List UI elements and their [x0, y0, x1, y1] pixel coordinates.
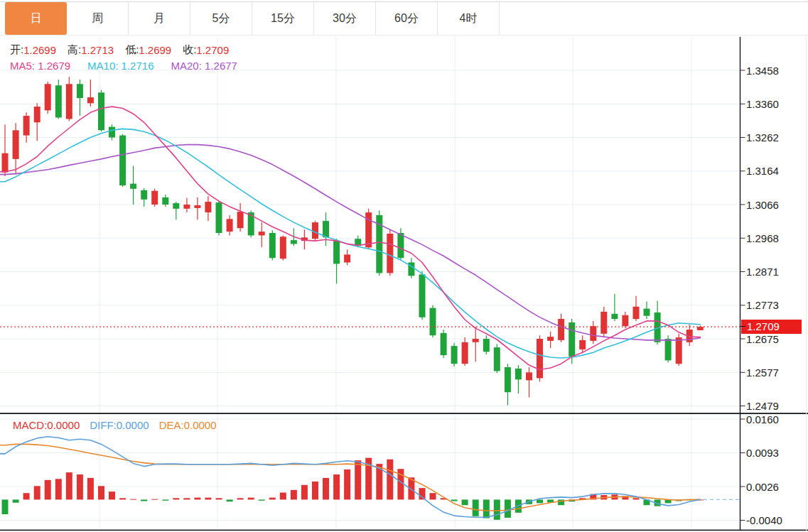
price-axis-tick-label: 1.3262 — [746, 131, 779, 143]
price-axis-tick-label: 1.2577 — [746, 367, 779, 379]
tab-30min[interactable]: 30分 — [314, 2, 376, 35]
high-value: 1.2713 — [81, 44, 114, 56]
dea-readout: DEA:0.0000 — [159, 419, 217, 431]
price-badge-tick — [740, 326, 745, 327]
candlestick-series — [2, 77, 704, 405]
ma-info-row: MA5: 1.2679 MA10: 1.2716 MA20: 1.2677 — [10, 60, 254, 72]
bottom-border — [0, 530, 808, 531]
ma5-value: 1.2679 — [38, 60, 70, 72]
current-price-text: 1.2709 — [747, 320, 780, 332]
kline-chart-app: 日周月5分15分30分60分4时 开: 1.2699 高: 1.2713 低: … — [0, 0, 808, 532]
price-axis-tick-label: 1.3164 — [746, 165, 779, 177]
tab-60min[interactable]: 60分 — [376, 2, 438, 35]
ma20-readout: MA20: 1.2677 — [171, 60, 237, 72]
ma20-label: MA20: — [171, 60, 202, 72]
high-label: 高: — [68, 43, 81, 57]
ma10-line — [0, 129, 700, 358]
macd-label: MACD: — [13, 419, 47, 431]
macd-info-row: MACD:0.0000 DIFF:0.0000 DEA:0.0000 — [13, 419, 227, 431]
chart-canvas[interactable] — [0, 0, 808, 532]
tab-5min[interactable]: 5分 — [190, 2, 252, 35]
price-axis-tick-label: 1.3360 — [746, 98, 779, 110]
ma5-label: MA5: — [10, 60, 35, 72]
macd-readout: MACD:0.0000 — [13, 419, 80, 431]
macd-axis-tick-label: 0.0093 — [746, 447, 779, 459]
ma20-value: 1.2677 — [205, 60, 237, 72]
tab-4hour[interactable]: 4时 — [438, 2, 500, 35]
diff-label: DIFF: — [90, 419, 117, 431]
macd-axis-tick-label: 0.0160 — [746, 413, 779, 425]
ohlc-info-row: 开: 1.2699 高: 1.2713 低: 1.2699 收: 1.2709 — [10, 43, 240, 57]
close-value: 1.2709 — [196, 44, 229, 56]
dea-value: 0.0000 — [184, 419, 217, 431]
price-axis-tick-label: 1.2968 — [746, 232, 779, 244]
diff-readout: DIFF:0.0000 — [90, 419, 149, 431]
current-price-badge: 1.2709 — [741, 320, 802, 334]
diff-value: 0.0000 — [117, 419, 149, 431]
open-value: 1.2699 — [23, 44, 56, 56]
tab-day[interactable]: 日 — [5, 2, 67, 35]
macd-axis-tick-label: 0.0026 — [746, 481, 779, 493]
price-axis-tick-label: 1.3066 — [746, 199, 779, 211]
price-axis-tick-label: 1.2871 — [746, 266, 779, 278]
panel-separator — [0, 413, 808, 414]
ma10-value: 1.2716 — [122, 60, 154, 72]
ma20-line — [0, 145, 700, 340]
macd-histogram — [2, 458, 704, 520]
dea-label: DEA: — [159, 419, 184, 431]
tab-month[interactable]: 月 — [129, 2, 190, 35]
tab-week[interactable]: 周 — [67, 2, 129, 35]
ma5-readout: MA5: 1.2679 — [10, 60, 70, 72]
price-axis-tick-label: 1.2773 — [746, 299, 779, 311]
macd-axis-tick-label: -0.0040 — [746, 514, 782, 526]
price-axis-tick-label: 1.3458 — [746, 65, 779, 77]
ma10-label: MA10: — [87, 60, 118, 72]
low-label: 低: — [125, 43, 139, 57]
timeframe-tab-bar: 日周月5分15分30分60分4时 — [0, 1, 808, 36]
macd-value: 0.0000 — [47, 419, 80, 431]
price-axis-tick-label: 1.2675 — [746, 333, 779, 345]
close-label: 收: — [183, 43, 196, 57]
low-value: 1.2699 — [139, 44, 171, 56]
price-axis-tick-label: 1.2479 — [746, 400, 779, 412]
tab-15min[interactable]: 15分 — [252, 2, 314, 35]
ma10-readout: MA10: 1.2716 — [87, 60, 153, 72]
open-label: 开: — [10, 43, 23, 57]
